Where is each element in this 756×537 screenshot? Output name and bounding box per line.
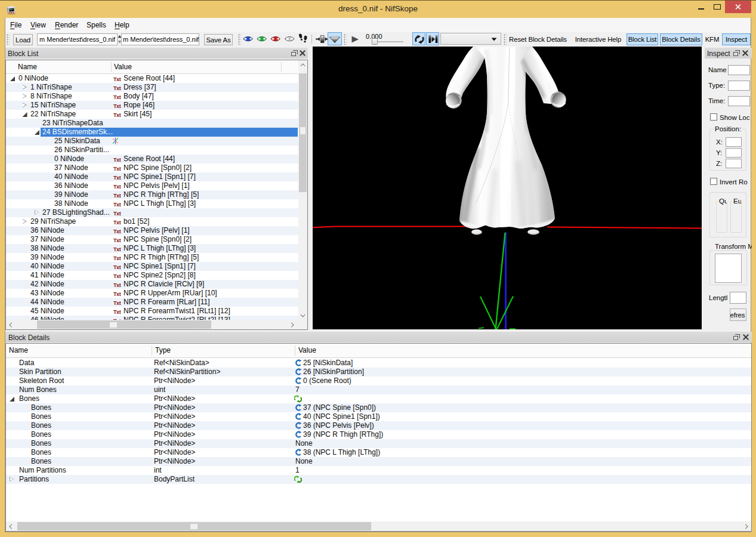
close-panel-icon[interactable] [742,50,748,56]
block-list-row[interactable]: 46 NiNodeTxtNPC R ForearmTwist2 [RLt2] [… [6,316,298,320]
block-list-row[interactable]: 1 NiTriShapeTxtDress [37] [6,83,298,92]
load-button[interactable]: Load [13,34,33,45]
name-field[interactable] [728,65,750,75]
float-panel-icon[interactable] [291,50,298,56]
close-button[interactable] [725,1,751,13]
block-list-row[interactable]: 40 NiNodeTxtNPC Spine1 [Spn1] [7] [6,262,298,271]
x-field[interactable] [726,137,742,147]
block-list-row[interactable]: 37 NiNodeTxtNPC Spine [Spn0] [2] [6,163,298,172]
block-details-row[interactable]: BonesPtr<NiNode> 38 (NPC L Thigh [LThg]) [6,448,751,457]
footprints-icon[interactable] [299,33,308,44]
block-list-row[interactable]: 0 NiNodeTxtScene Root [44] [6,74,298,83]
expander-closed-icon[interactable] [23,219,27,224]
toolbar-grip[interactable] [7,34,10,45]
block-list-row[interactable]: 25 NiSkinData [6,137,298,146]
block-details-row[interactable]: Skeleton RootPtr<NiNode> 0 (Scene Root) [6,376,751,385]
block-details-row[interactable]: BonesPtr<NiNode>None [6,439,751,448]
block-list-row[interactable]: 38 NiNodeTxtNPC L Thigh [LThg] [3] [6,199,298,208]
block-details-row[interactable]: PartitionsBodyPartList [6,475,751,484]
minimize-button[interactable] [694,8,708,11]
block-list-header[interactable]: Name Value [6,60,298,74]
expander-open-icon[interactable] [10,397,14,402]
expander-closed-icon[interactable] [23,85,27,90]
render-viewport[interactable] [313,47,702,329]
close-panel-icon[interactable] [743,334,749,340]
maximize-button[interactable] [711,4,723,11]
block-list-row[interactable]: 22 NiTriShapeTxtSkirt [45] [6,110,298,119]
block-list-row[interactable]: 29 NiTriShapeTxtbo1 [52] [6,217,298,226]
expander-open-icon[interactable] [23,112,27,117]
close-panel-icon[interactable] [300,50,306,56]
play-icon[interactable] [351,36,359,43]
expander-closed-icon[interactable] [23,94,27,98]
block-details-row[interactable]: DataRef<NiSkinData> 25 [NiSkinData] [6,359,751,368]
toolbar-grip[interactable] [238,34,241,45]
switch-animation-button[interactable] [426,32,439,45]
float-panel-icon[interactable] [733,50,740,56]
block-list-row[interactable]: 23 NiTriShapeData [6,119,298,128]
loop-animation-button[interactable] [412,32,425,45]
block-details-hscrollbar[interactable] [6,521,751,531]
block-list-row[interactable]: 26 NiSkinPartiti... [6,146,298,155]
block-details-row[interactable]: Num Partitionsint1 [6,466,751,475]
block-details-row[interactable]: Num Bonesuint7 [6,385,751,394]
expander-open-icon[interactable] [10,76,15,81]
block-list-row[interactable]: 36 NiNodeTxtNPC Pelvis [Pelv] [1] [6,226,298,235]
refresh-button[interactable]: efres [730,308,746,321]
block-details-row[interactable]: BonesPtr<NiNode> 37 (NPC Spine [Spn0]) [6,403,751,412]
file-path-input-1[interactable]: m Mender\test\dress_0.nif [37,33,118,45]
view-direction-button[interactable] [328,32,342,45]
float-panel-icon[interactable] [733,334,740,340]
expander-closed-icon[interactable] [35,210,39,215]
block-details-row[interactable]: BonesPtr<NiNode> 40 (NPC Spine1 [Spn1]) [6,412,751,421]
block-list-row[interactable]: 8 NiTriShapeTxtBody [47] [6,92,298,101]
block-list-hscrollbar[interactable] [6,320,298,329]
expander-closed-icon[interactable] [10,477,14,482]
title-bar[interactable]: dress_0.nif - NifSkope [0,0,756,18]
time-slider-track[interactable] [378,41,403,43]
type-field[interactable] [728,81,750,91]
menu-spells[interactable]: Spells [87,18,106,32]
block-list-row[interactable]: 42 NiNodeTxtNPC R Clavicle [RClv] [9] [6,280,298,289]
block-list-toggle[interactable]: Block List [627,33,658,45]
block-list-row[interactable]: 24 BSDismemberSk... [6,128,298,137]
block-list-row[interactable]: 40 NiNodeTxtNPC Spine1 [Spn1] [7] [6,172,298,181]
time-slider-handle[interactable] [372,38,378,45]
block-details-dock-title[interactable]: Block Details [5,332,752,342]
block-list-row[interactable]: 36 NiNodeTxtNPC Pelvis [Pelv] [1] [6,181,298,190]
y-field[interactable] [726,148,742,158]
block-list-row[interactable]: 15 NiTriShapeTxtRope [46] [6,101,298,110]
reset-block-details-button[interactable]: Reset Block Details [507,33,569,45]
block-list-row[interactable]: 37 NiNodeTxtNPC Spine [Spn0] [2] [6,235,298,244]
block-list-row[interactable]: 44 NiNodeTxtNPC R Forearm [RLar] [11] [6,298,298,307]
menu-render[interactable]: Render [55,18,78,32]
kfm-toggle[interactable]: KFM [703,33,721,45]
block-list-row[interactable]: 39 NiNodeTxtNPC R Thigh [RThg] [5] [6,253,298,262]
animation-combobox[interactable] [440,33,501,45]
block-details-row[interactable]: BonesPtr<NiNode> 36 (NPC Pelvis [Pelv]) [6,421,751,430]
block-details-header[interactable]: Name Type Value [6,344,751,358]
menu-file[interactable]: File [10,18,21,32]
length-field[interactable] [730,292,746,304]
block-details-row[interactable]: Skin PartitionRef<NiSkinPartition> 26 [N… [6,368,751,376]
block-list-row[interactable]: 27 BSLightingShad...Txt [6,208,298,217]
toolbar-grip[interactable] [504,34,507,45]
eye-icons[interactable] [243,36,300,42]
block-list-vscrollbar[interactable] [298,60,307,320]
block-list-row[interactable]: 45 NiNodeTxtNPC R ForearmTwist1 [RLt1] [… [6,307,298,316]
time-field[interactable] [728,96,750,106]
file-path-input-2[interactable]: m Mender\test\dress_0.nif [121,33,199,45]
z-field[interactable] [726,159,742,168]
block-list-row[interactable]: 38 NiNodeTxtNPC L Thigh [LThg] [3] [6,244,298,253]
block-list-row[interactable]: 0 NiNodeTxtScene Root [44] [6,155,298,163]
expander-open-icon[interactable] [35,130,39,135]
block-list-dock-title[interactable]: Block List [5,48,308,58]
inspect-toggle[interactable]: Inspect [722,33,751,45]
invert-rotation-checkbox[interactable] [710,178,717,185]
expander-closed-icon[interactable] [23,103,27,107]
save-as-button[interactable]: Save As [204,34,233,45]
block-list-row[interactable]: 41 NiNodeTxtNPC Spine2 [Spn2] [8] [6,271,298,280]
inspect-dock-title[interactable]: Inspect [705,48,752,58]
block-details-toggle[interactable]: Block Details [660,33,702,45]
toolbar-grip[interactable] [344,34,347,45]
